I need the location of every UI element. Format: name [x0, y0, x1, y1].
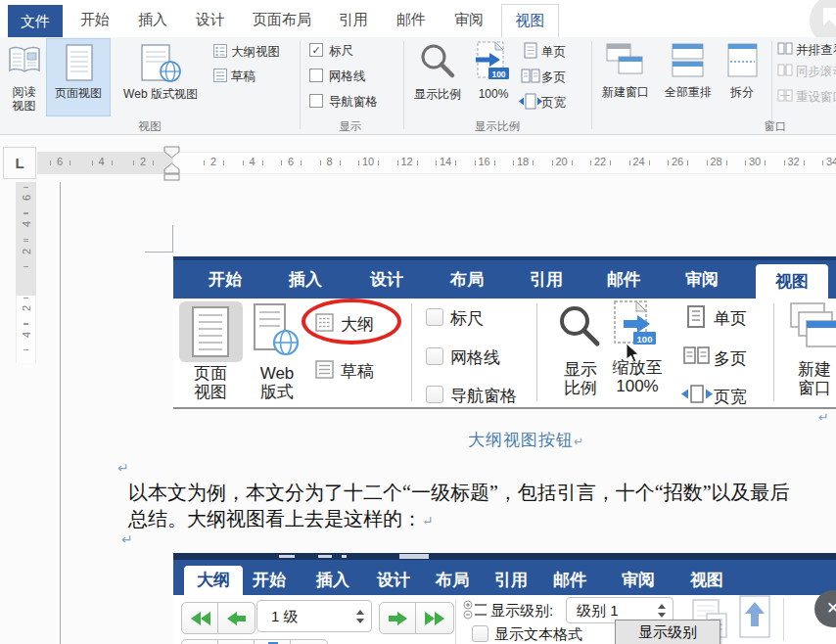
embedded-divider — [411, 303, 412, 401]
vertical-ruler[interactable]: 64224 — [0, 0, 39, 644]
ruler-tick — [358, 161, 359, 165]
cursor-anchor-hline — [145, 252, 173, 253]
ruler-number: 16 — [475, 156, 494, 167]
ruler-number: 4 — [92, 156, 112, 167]
ruler-number: 4 — [243, 156, 262, 167]
right-arrow-icon — [388, 611, 408, 626]
pilcrow-mark: ↵ — [818, 410, 829, 425]
ruler-number: 6 — [281, 156, 301, 167]
indent-markers[interactable] — [163, 146, 182, 182]
embedded2-tab: 邮件 — [553, 569, 586, 591]
embedded-navpane-checkbox — [426, 386, 443, 403]
ruler-number: 2 — [204, 156, 223, 167]
embedded2-tab: 引用 — [494, 569, 528, 591]
show-level-label: 显示级别: — [490, 602, 553, 621]
ruler-number: 2 — [21, 299, 32, 318]
embedded2-tab-outline-selected: 大纲 — [184, 566, 243, 595]
ruler-tick — [590, 161, 591, 165]
ruler-tick — [23, 298, 28, 299]
ruler-tick — [23, 213, 28, 214]
titlebar-icon-fragment — [342, 555, 347, 558]
ruler-number: 18 — [513, 156, 533, 167]
embedded-page-width-label: 页宽 — [714, 386, 747, 408]
ruler-number: 14 — [436, 156, 455, 167]
ruler-tick — [784, 161, 785, 165]
ruler-number: 30 — [745, 156, 765, 167]
body-paragraph-line-1[interactable]: 以本文为例，本文分为了十二个“一级标题”，包括引言，十个“招数”以及最后 — [128, 480, 836, 506]
embedded-multi-page-icon — [683, 346, 711, 366]
ruler-tick — [281, 161, 282, 165]
embedded-gridlines-checkbox — [426, 347, 443, 365]
embedded-multi-page-label: 多页 — [714, 347, 747, 370]
ruler-tick — [320, 161, 321, 165]
embedded-zoom-label-1: 显示 — [555, 360, 606, 379]
ruler-number: 6 — [21, 188, 32, 207]
embedded2-tab: 开始 — [253, 569, 286, 591]
ruler-tick — [745, 161, 746, 165]
embedded-new-window-icon — [785, 301, 836, 356]
embedded-titlebar-strip — [173, 256, 836, 260]
ruler-tick — [687, 161, 688, 165]
embedded-print-layout-icon — [188, 306, 233, 357]
embedded-tab: 插入 — [289, 268, 322, 291]
double-right-arrow-icon — [424, 611, 445, 626]
ruler-tick — [301, 161, 302, 165]
ruler-number: 20 — [552, 156, 572, 167]
outline-level-dropdown: 1 级 — [256, 600, 372, 632]
ruler-number: 2 — [21, 242, 32, 261]
show-text-format-label: 显示文本格式 — [494, 625, 582, 644]
ruler-tick — [436, 161, 437, 165]
titlebar-icon-fragment — [318, 555, 332, 558]
ruler-tick — [552, 161, 553, 165]
collapse-expand-icon — [736, 594, 775, 641]
ruler-tick — [513, 161, 514, 165]
ruler-tick — [804, 161, 805, 165]
embedded-image-outline-screenshot[interactable]: 大纲 开始 插入 设计 布局 引用 邮件 审阅 视图 1 级 — [173, 553, 836, 644]
spinner-icon — [657, 604, 667, 619]
pilcrow-mark: ↵ — [121, 531, 133, 547]
image-caption[interactable]: 大纲视图按钮↵ — [468, 429, 584, 451]
embedded-divider — [455, 600, 456, 644]
outline-tool-button — [254, 639, 292, 644]
embedded-tab: 开始 — [209, 268, 242, 291]
ruler-tick — [204, 161, 205, 165]
embedded-image-ribbon-screenshot[interactable]: 开始 插入 设计 布局 引用 邮件 审阅 视图 页面 视图 Web — [173, 256, 836, 409]
ruler-tick — [262, 161, 263, 165]
embedded-image-bottom-border — [173, 407, 836, 409]
ruler-number: 28 — [707, 156, 726, 167]
demote-button — [379, 602, 416, 634]
pilcrow-mark: ↵ — [574, 435, 584, 448]
ruler-tick — [822, 161, 823, 165]
promote-button — [217, 602, 255, 634]
ruler-number: 24 — [629, 156, 649, 167]
ruler-tick — [649, 161, 650, 165]
embedded-web-layout-label-2: 版式 — [250, 383, 304, 401]
ruler-tick — [455, 161, 456, 165]
ruler-tick — [243, 161, 244, 165]
embedded-tab: 审阅 — [685, 268, 719, 291]
embedded-ruler-label: 标尺 — [450, 307, 484, 330]
ruler-tick — [112, 161, 113, 165]
embedded-zoom-label-2: 比例 — [555, 379, 606, 397]
outline-level-value: 1 级 — [271, 608, 299, 626]
embedded-print-layout-label-2: 视图 — [177, 383, 244, 401]
embedded-tab: 设计 — [370, 268, 403, 291]
demote-to-body-button — [415, 602, 454, 634]
embedded2-tab: 布局 — [436, 569, 469, 591]
ruler-tick — [23, 266, 28, 267]
ruler-text-area — [173, 152, 836, 174]
ruler-tick — [133, 161, 134, 165]
embedded-tab: 邮件 — [607, 268, 640, 291]
ruler-tick — [494, 161, 495, 165]
ruler-number: 32 — [784, 156, 804, 167]
embedded-gridlines-label: 网格线 — [450, 346, 500, 369]
embedded-ruler-checkbox — [426, 308, 443, 326]
embedded-new-window-label-2: 窗口 — [789, 379, 836, 397]
image-caption-text: 大纲视图按钮 — [468, 431, 574, 449]
embedded-tab-view-selected: 视图 — [756, 264, 828, 299]
body-paragraph-line-2[interactable]: 总结。大纲视图看上去是这样的：↵ — [128, 506, 434, 532]
horizontal-ruler[interactable]: 642246810121416182022242628303234 — [0, 0, 836, 181]
ruler-tick — [50, 161, 51, 165]
word-window: 文件 开始 插入 设计 页面布局 引用 邮件 审阅 视图 阅读 视图 — [0, 0, 836, 644]
spinner-icon — [355, 610, 365, 624]
